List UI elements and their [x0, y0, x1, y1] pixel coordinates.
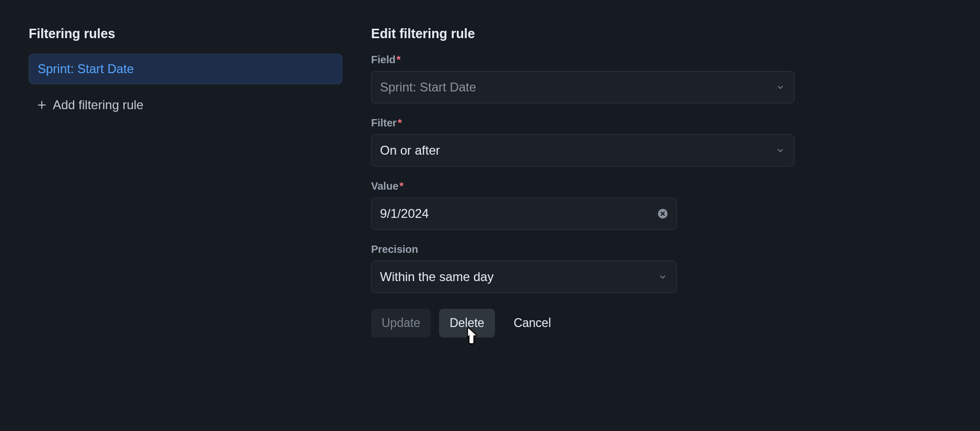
- field-select[interactable]: Sprint: Start Date: [371, 71, 794, 103]
- edit-rule-title: Edit filtering rule: [371, 26, 794, 41]
- rule-item-label: Sprint: Start Date: [38, 62, 134, 76]
- add-rule-label: Add filtering rule: [53, 98, 143, 112]
- filter-select-wrap: On or after: [371, 134, 794, 167]
- required-star: *: [397, 54, 401, 65]
- required-star: *: [398, 117, 402, 129]
- required-star: *: [399, 180, 403, 192]
- field-label: Field*: [371, 54, 794, 66]
- value-label: Value*: [371, 180, 794, 192]
- value-input[interactable]: [371, 197, 677, 230]
- button-row: Update Delete Cancel: [371, 309, 794, 337]
- clear-icon[interactable]: [657, 208, 668, 219]
- field-group: Field* Sprint: Start Date: [371, 54, 794, 103]
- cancel-button[interactable]: Cancel: [503, 309, 562, 337]
- value-input-wrap: [371, 197, 677, 230]
- precision-label: Precision: [371, 243, 794, 255]
- filtering-rules-panel: Filtering rules Sprint: Start Date Add f…: [29, 26, 342, 405]
- precision-group: Precision Within the same day: [371, 243, 794, 293]
- add-filtering-rule-button[interactable]: Add filtering rule: [29, 91, 342, 119]
- filtering-rules-title: Filtering rules: [29, 26, 342, 41]
- precision-select-wrap: Within the same day: [371, 261, 677, 293]
- edit-rule-panel: Edit filtering rule Field* Sprint: Start…: [371, 26, 794, 405]
- precision-select[interactable]: Within the same day: [371, 261, 677, 293]
- filter-group: Filter* On or after: [371, 117, 794, 167]
- filter-select[interactable]: On or after: [371, 134, 794, 167]
- rule-item-sprint-start-date[interactable]: Sprint: Start Date: [29, 54, 342, 84]
- filter-label: Filter*: [371, 117, 794, 129]
- value-group: Value*: [371, 180, 794, 230]
- update-button[interactable]: Update: [371, 309, 431, 337]
- delete-button[interactable]: Delete: [439, 309, 494, 337]
- field-select-wrap: Sprint: Start Date: [371, 71, 794, 103]
- plus-icon: [36, 99, 48, 111]
